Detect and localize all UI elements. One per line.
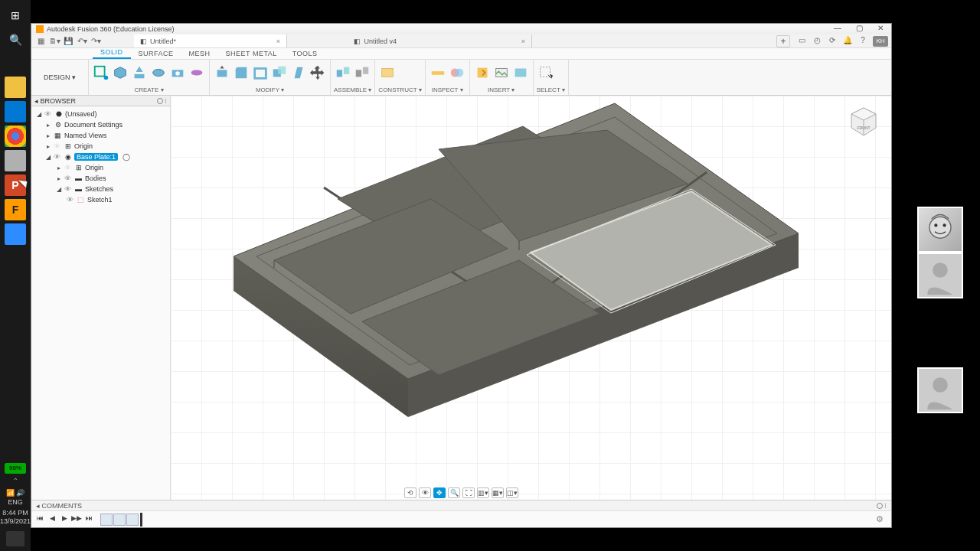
chrome-icon[interactable] <box>5 126 26 147</box>
tree-bodies[interactable]: ▸👁▬Bodies <box>33 173 168 184</box>
tree-base-plate[interactable]: ◢👁◉Base Plate:1◯ <box>33 152 168 162</box>
timeline-feature[interactable] <box>100 514 113 526</box>
view-cube[interactable]: FRONT <box>847 105 880 139</box>
move-icon[interactable] <box>309 61 327 84</box>
timeline-feature[interactable] <box>126 514 139 526</box>
press-pull-icon[interactable] <box>213 61 231 84</box>
extrude-icon[interactable] <box>130 61 149 84</box>
group-label[interactable]: INSERT ▾ <box>473 86 530 93</box>
user-badge[interactable]: KH <box>873 36 888 47</box>
ribbon-tab-sheetmetal[interactable]: SHEET METAL <box>218 48 285 59</box>
file-menu[interactable]: 🗎▾ <box>48 36 60 47</box>
tree-origin[interactable]: ▸👁⊞Origin <box>33 141 168 152</box>
file-explorer-icon[interactable] <box>5 77 26 98</box>
timeline-feature[interactable] <box>113 514 126 526</box>
job-status-icon[interactable]: ◴ <box>810 36 824 47</box>
timeline-settings-icon[interactable]: ⚙ <box>876 514 884 524</box>
revolve-icon[interactable] <box>149 61 168 84</box>
tree-sketch1[interactable]: 👁⬚Sketch1 <box>33 194 168 205</box>
mail-icon[interactable] <box>5 101 26 122</box>
assemble-asbuilt-icon[interactable] <box>353 61 371 84</box>
timeline-start-icon[interactable]: ⏮ <box>34 514 45 525</box>
zoom-icon[interactable] <box>5 223 26 245</box>
data-panel-icon[interactable]: ▦ <box>34 36 47 47</box>
battery-indicator[interactable]: 98% <box>5 463 26 474</box>
nav-grid-icon[interactable]: ▦▾ <box>492 487 504 498</box>
timeline-end-icon[interactable]: ⏭ <box>83 514 94 525</box>
save-button[interactable]: 💾 <box>62 36 74 47</box>
notifications-icon[interactable] <box>6 531 24 546</box>
fusion360-icon[interactable]: F <box>5 199 26 220</box>
timeline-back-icon[interactable]: ◀ <box>47 514 57 525</box>
tab-close-icon[interactable]: × <box>521 37 525 45</box>
model-3d[interactable] <box>201 96 814 448</box>
fillet-icon[interactable] <box>232 61 250 84</box>
timeline-fwd-icon[interactable]: ▶▶ <box>71 514 82 525</box>
combine-icon[interactable] <box>270 61 289 84</box>
participant-video-3[interactable] <box>917 367 963 413</box>
nav-orbit-icon[interactable]: ⟲ <box>404 487 416 498</box>
hole-icon[interactable] <box>168 61 187 84</box>
new-tab-button[interactable]: + <box>776 35 790 47</box>
tree-root[interactable]: ◢👁⬣(Unsaved) <box>33 109 168 119</box>
insert-decal-icon[interactable] <box>492 61 511 84</box>
tray-expand-icon[interactable]: ⌃ <box>12 477 18 485</box>
help-icon[interactable]: ? <box>856 36 870 47</box>
nav-pan-icon[interactable]: ✥ <box>433 487 446 498</box>
form-icon[interactable] <box>188 61 206 84</box>
ribbon-tab-tools[interactable]: TOOLS <box>285 48 325 59</box>
tree-bp-origin[interactable]: ▸👁⊞Origin <box>33 162 168 173</box>
group-label[interactable]: MODIFY ▾ <box>213 86 327 93</box>
nav-zoom-icon[interactable]: 🔍 <box>448 487 460 498</box>
select-icon[interactable] <box>537 61 555 84</box>
nav-display-icon[interactable]: ▥▾ <box>477 487 489 498</box>
workspace-switcher[interactable]: DESIGN ▾ <box>31 60 89 95</box>
insert-derive-icon[interactable] <box>473 61 492 84</box>
box-icon[interactable] <box>111 61 129 84</box>
group-label[interactable]: ASSEMBLE ▾ <box>334 86 371 93</box>
maximize-button[interactable]: ▢ <box>848 24 870 34</box>
comments-bar[interactable]: ◂ COMMENTS ⁝ <box>31 500 891 510</box>
inspect-measure-icon[interactable] <box>429 61 447 84</box>
wifi-icon[interactable]: 📶 🔊 <box>6 489 25 497</box>
document-tab-2[interactable]: ◧ Untitled v4 × <box>287 34 532 47</box>
timeline-marker[interactable] <box>140 513 142 527</box>
shell-icon[interactable] <box>251 61 270 84</box>
undo-button[interactable]: ↶▾ <box>76 36 88 47</box>
viewport[interactable]: FRONT <box>171 96 891 500</box>
nav-fit-icon[interactable]: ⛶ <box>462 487 475 498</box>
ribbon-tab-solid[interactable]: SOLID <box>93 47 131 59</box>
start-button[interactable]: ⊞ <box>5 5 26 26</box>
construct-plane-icon[interactable] <box>378 61 397 84</box>
nav-viewports-icon[interactable]: ◫▾ <box>506 487 518 498</box>
browser-header[interactable]: ◂ BROWSER ⁝ <box>31 96 170 106</box>
insert-canvas-icon[interactable] <box>511 61 530 84</box>
document-tab-1[interactable]: ◧ Untitled* × <box>134 34 287 47</box>
group-label[interactable]: SELECT ▾ <box>537 86 565 93</box>
participant-video-2[interactable] <box>917 253 963 298</box>
redo-button[interactable]: ↷▾ <box>90 36 102 47</box>
clock[interactable]: 8:44 PM13/9/2021 <box>0 509 31 526</box>
nav-look-icon[interactable]: 👁 <box>419 487 431 498</box>
ribbon-tab-surface[interactable]: SURFACE <box>131 48 181 59</box>
group-label[interactable]: CREATE ▾ <box>92 86 206 93</box>
tab-close-icon[interactable]: × <box>276 37 280 45</box>
minimize-button[interactable]: — <box>827 24 848 34</box>
tree-named-views[interactable]: ▸▦Named Views <box>33 130 168 141</box>
inspect-interference-icon[interactable] <box>448 61 466 84</box>
search-icon[interactable]: 🔍 <box>5 29 26 51</box>
browser-settings-icon[interactable] <box>157 98 163 104</box>
assemble-joint-icon[interactable] <box>334 61 352 84</box>
pdf-icon[interactable] <box>5 150 26 171</box>
tree-sketches[interactable]: ◢👁▬Sketches <box>33 184 168 194</box>
group-label[interactable]: CONSTRUCT ▾ <box>378 86 421 93</box>
notifications-icon[interactable]: 🔔 <box>841 36 854 47</box>
updates-icon[interactable]: ⟳ <box>825 36 839 47</box>
language-indicator[interactable]: ENG <box>8 498 23 506</box>
powerpoint-icon[interactable]: P <box>5 174 26 196</box>
extensions-icon[interactable]: ▭ <box>795 36 808 47</box>
draft-icon[interactable] <box>289 61 308 84</box>
group-label[interactable]: INSPECT ▾ <box>429 86 466 93</box>
participant-video-1[interactable] <box>917 207 963 253</box>
timeline-play-icon[interactable]: ▶ <box>59 514 70 525</box>
